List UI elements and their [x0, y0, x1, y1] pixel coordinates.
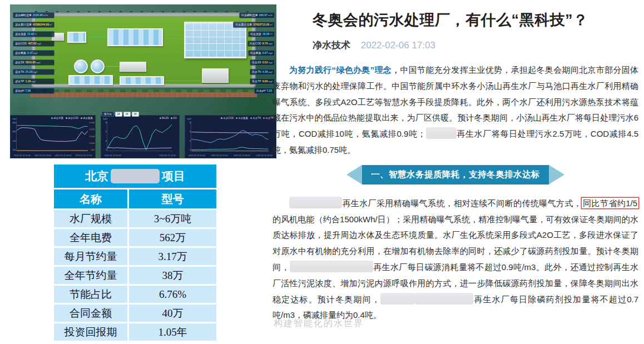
table-row: 全年电费562万: [54, 229, 216, 246]
cell-name: 节能占比: [54, 286, 127, 303]
y-axis-ticks-right: 2,5002,0001,5001,000500: [89, 121, 95, 151]
process-pipe: [87, 37, 107, 37]
paragraph-1: 为努力践行“绿色办奥”理念，中国节能充分发挥主业优势，承担起冬奥会期间北京市部分…: [273, 62, 638, 158]
cell-value: 40万: [129, 305, 216, 322]
tank-button[interactable]: 2#: [123, 112, 131, 117]
x-axis-ticks: 2022-02-10 15:002022-02-10 21:002022-02-…: [189, 154, 273, 157]
legend-item[interactable]: 出水TP: [263, 117, 274, 119]
plant-dashboard-image: 进水瞬时流量2120.96m³/h进水累计流量42386244.00m³进水温度…: [10, 4, 276, 158]
y-axis-unit: mg/L: [187, 117, 192, 120]
legend-item[interactable]: 进水流量: [51, 117, 63, 119]
col-header-name: 名称: [54, 190, 127, 208]
sensor-reading: 出水COD8.76mg/l: [247, 41, 275, 47]
sensor-reading: 出水瞬时流量930.67m³/h: [239, 12, 275, 18]
legend-item[interactable]: MLSS: [160, 117, 169, 119]
sensor-reading: 进水TP1.18mg/l: [13, 78, 55, 84]
table-row: 投资回报期1.05年: [54, 323, 216, 341]
clarifier-pool: [120, 76, 164, 85]
mid-building: [120, 62, 146, 72]
cell-name: 投资回报期: [54, 323, 127, 341]
table-row: 每月节约量3.17万: [54, 248, 216, 265]
redacted-text: [380, 293, 415, 305]
inlet-pool: [67, 32, 86, 43]
table-body: 水厂规模3~6万吨全年电费562万每月节约量3.17万全年节约量38万节能占比6…: [54, 210, 216, 341]
tank-button[interactable]: 1#: [115, 112, 122, 117]
byline: 净水技术 2022-02-06 17:03: [313, 39, 435, 52]
cell-name: 每月节约量: [54, 248, 127, 265]
legend-item[interactable]: 出水氨氮: [236, 117, 248, 119]
line-chart: [191, 121, 269, 152]
process-pipe: [164, 38, 184, 39]
sensor-reading: 进水瞬时流量2120.96m³/h: [13, 12, 55, 18]
sensor-reading: 进水TN25.28mg/l: [13, 69, 55, 75]
table-row: 水厂规模3~6万吨: [54, 210, 216, 227]
sensor-reading: 进水SS5819.95mg/l: [13, 59, 55, 66]
tank-button[interactable]: 3#: [132, 112, 139, 117]
table-row: 全年节约量38万: [54, 267, 216, 284]
highlighted-text: 同比节省约1/5: [582, 198, 638, 208]
sensor-reading: 进水COD407.00mg/l: [13, 41, 55, 47]
x-axis-ticks: 2022-02-11 05:002022-02-11 12:00: [105, 154, 176, 157]
sedimentation-pool: [68, 75, 113, 85]
inlet-sensor-labels: 进水瞬时流量2120.96m³/h进水累计流量42386244.00m³进水温度…: [13, 12, 55, 94]
article-body: 为努力践行“绿色办奥”理念，中国节能充分发挥主业优势，承担起冬奥会期间北京市部分…: [273, 62, 638, 329]
paragraph-2: 再生水厂采用精确曝气系统，相对连续不间断的传统曝气方式，同比节省约1/5的风机电…: [273, 196, 638, 323]
chart-panel-mlss-do: MLSSDO mg/L 8642 2022-02-11 05:002022-02…: [101, 115, 180, 158]
col-header-model: 型号: [129, 190, 216, 208]
table-title-suffix: 项目: [162, 168, 185, 184]
cell-name: 水厂规模: [54, 210, 127, 227]
chart-panel-outflow: 出水COD出水氨氮出水TN出水TP mg/L 8642 2022-02-10 1…: [185, 115, 276, 158]
legend-item[interactable]: 出水COD: [221, 117, 234, 119]
table-row: 合同金额40万: [54, 305, 216, 322]
circular-tank-2: [91, 59, 105, 73]
paragraph-1-lead: 为努力践行“绿色办奥”理念，: [289, 65, 400, 74]
chart-legend: 出水COD出水氨氮出水TN出水TP: [221, 117, 274, 119]
circular-tank-1: [74, 59, 88, 73]
paragraph-2-text: 再生水厂采用精确曝气系统，相对连续不间断的传统曝气方式，: [342, 198, 582, 208]
sludge-pipe: [105, 66, 120, 67]
source-name[interactable]: 净水技术: [313, 40, 350, 51]
section-title: 一、智慧水务提质降耗，支持冬奥排水达标: [362, 165, 549, 185]
process-pipe: [165, 81, 201, 81]
article-title: 冬奥会的污水处理厂，有什么“黑科技”？: [313, 10, 588, 30]
dewatering-building: [202, 68, 229, 83]
y-axis-ticks: 400300200100: [12, 121, 16, 151]
table-title: 北京 项目: [54, 164, 216, 188]
x-axis-ticks: 2022-02-10 15:002022-02-10 23:002022-02-…: [14, 154, 92, 157]
cell-name: 全年电费: [54, 229, 127, 246]
tank-button: 曝气池: [102, 112, 114, 117]
watermark-text: 构建智能化的水世界: [274, 318, 364, 330]
redacted-text: [415, 293, 473, 305]
section-banner: 一、智慧水务提质降耗，支持冬奥排水达标: [344, 165, 567, 185]
cell-value: 3.17万: [129, 248, 216, 265]
redacted-project-name: [111, 169, 160, 183]
legend-item[interactable]: DO: [171, 117, 177, 119]
project-table: 北京 项目 名称 型号 水厂规模3~6万吨全年电费562万每月节约量3.17万全…: [54, 164, 216, 342]
plant-site-3d-view: [32, 13, 255, 87]
cell-value: 1.05年: [129, 323, 216, 341]
sensor-reading: 出水温度18.58℃: [248, 31, 275, 37]
y-axis-ticks: 8642: [186, 121, 191, 151]
brick-wall: [30, 92, 257, 97]
chart-panel-inflow: 进水流量进水COD进水氨氮 mg/L 400300200100 2,5002,0…: [10, 115, 96, 158]
legend-item[interactable]: 出水TN: [250, 117, 261, 119]
cell-value: 6.76%: [129, 286, 216, 303]
redacted-text: [290, 261, 373, 272]
line-chart: [16, 121, 88, 152]
banner-wing-left-icon: [346, 165, 362, 185]
y-axis-unit: mg/L: [103, 117, 108, 120]
table-row: 节能占比6.76%: [54, 286, 216, 303]
chart-legend: MLSSDO: [160, 117, 177, 119]
publish-timestamp: 2022-02-06 17:03: [361, 40, 435, 51]
chart-legend: 进水流量进水COD进水氨氮: [51, 117, 93, 119]
cell-value: 38万: [129, 267, 216, 284]
legend-item[interactable]: 进水COD: [66, 117, 78, 119]
line-chart: [107, 121, 172, 152]
legend-item[interactable]: 进水氨氮: [81, 117, 93, 119]
table-title-prefix: 北京: [85, 168, 108, 184]
cell-value: 562万: [129, 229, 216, 246]
outlet-sensor-labels: 出水瞬时流量930.67m³/h出水累计流量37603713.00m³出水温度1…: [233, 12, 275, 94]
cell-value: 3~6万吨: [129, 210, 216, 227]
redacted-text: [289, 197, 342, 208]
article-panel: 冬奥会的污水处理厂，有什么“黑科技”？ 净水技术 2022-02-06 17:0…: [271, 0, 640, 344]
